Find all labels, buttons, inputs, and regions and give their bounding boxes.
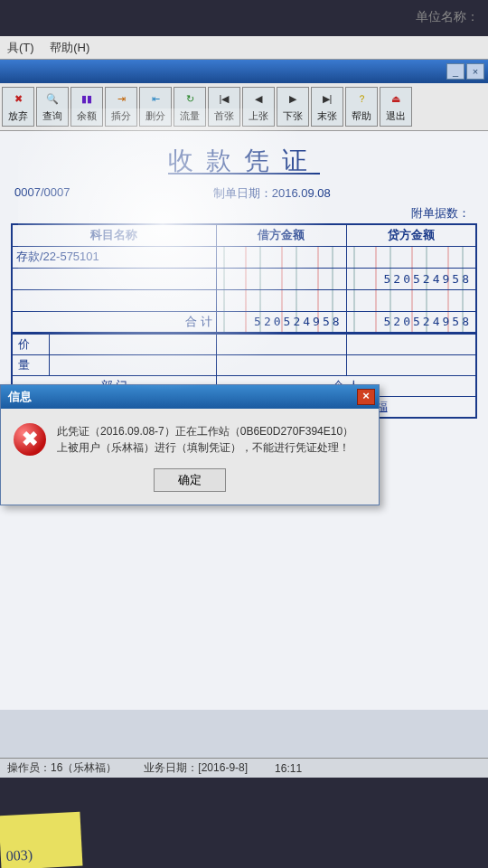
total-label: 合 计 (12, 311, 216, 333)
menu-bar: 具(T) 帮助(H) (0, 36, 488, 60)
last-page-icon: ▶| (318, 91, 336, 108)
next-page-button[interactable]: ▶下张 (277, 87, 309, 127)
flow-icon: ↻ (181, 91, 199, 108)
voucher-sequence: 0007/0007 (14, 185, 70, 202)
total-debit: 520524958 (216, 311, 346, 333)
toolbar-label: 末张 (317, 109, 337, 123)
col-subject: 科目名称 (12, 224, 216, 246)
title-bar: _ × (0, 60, 488, 83)
last-page-button[interactable]: ▶|末张 (311, 87, 343, 127)
voucher-document: 收款凭证 0007/0007 制单日期：2016.09.08 附单据数： 科目名… (0, 131, 488, 710)
voucher-date: 制单日期：2016.09.08 (213, 185, 331, 202)
row-price-label: 价 (12, 335, 49, 355)
col-debit: 借方金额 (216, 224, 346, 246)
info-dialog: 信息 × ✖ 此凭证（2016.09.08-7）正在工作站（0B6E0D270F… (0, 384, 380, 505)
status-time: 16:11 (275, 762, 302, 775)
prev-page-icon: ◀ (249, 91, 267, 108)
toolbar-label: 余额 (77, 109, 97, 123)
table-row[interactable]: 存款/22-575101 (12, 246, 476, 268)
cell-credit (346, 289, 476, 311)
window-close-button[interactable]: × (466, 63, 484, 80)
delete-split-icon: ⇤ (146, 91, 164, 108)
next-page-icon: ▶ (284, 91, 302, 108)
cell-credit: 520524958 (346, 268, 476, 289)
cell-credit (346, 246, 476, 268)
toolbar-label: 流量 (180, 109, 200, 123)
toolbar-label: 首张 (214, 109, 234, 123)
status-operator: 操作员：16（乐林福） (7, 760, 117, 776)
dialog-message: 此凭证（2016.09.08-7）正在工作站（0B6E0D270F394E10）… (57, 423, 353, 456)
table-row[interactable]: 520524958 (12, 268, 476, 289)
first-page-icon: |◀ (215, 91, 233, 108)
query-button[interactable]: 🔍查询 (36, 87, 69, 127)
cell-debit (216, 246, 346, 268)
error-icon: ✖ (14, 423, 46, 456)
flow-button[interactable]: ↻流量 (174, 87, 206, 127)
toolbar: ✖放弃🔍查询▮▮余额⇥插分⇤删分↻流量|◀首张◀上张▶下张▶|末张？帮助⏏退出 (0, 83, 488, 131)
insert-split-button[interactable]: ⇥插分 (105, 87, 137, 127)
toolbar-label: 放弃 (8, 109, 28, 123)
voucher-title: 收款凭证 (11, 144, 477, 178)
voucher-table: 科目名称 借方金额 贷方金额 存款/22-575101520524958 合 计… (11, 223, 477, 334)
sticky-note: 003) (0, 812, 83, 868)
toolbar-label: 上张 (249, 109, 268, 123)
unit-name-label: 单位名称： (416, 9, 479, 25)
toolbar-label: 删分 (145, 109, 165, 123)
insert-split-icon: ⇥ (112, 91, 130, 108)
cell-subject (12, 268, 216, 289)
help-icon: ？ (352, 91, 371, 108)
table-row[interactable] (12, 289, 476, 311)
cell-debit (216, 289, 346, 311)
dialog-title-text: 信息 (8, 389, 32, 405)
toolbar-label: 退出 (386, 109, 406, 123)
balance-button[interactable]: ▮▮余额 (70, 87, 103, 127)
total-credit: 520524958 (346, 311, 476, 333)
menu-tools[interactable]: 具(T) (7, 41, 34, 54)
first-page-button[interactable]: |◀首张 (208, 87, 240, 127)
toolbar-label: 下张 (283, 109, 303, 123)
menu-help[interactable]: 帮助(H) (50, 41, 89, 54)
dialog-ok-button[interactable]: 确定 (154, 468, 226, 492)
help-button[interactable]: ？帮助 (345, 87, 378, 127)
exit-button[interactable]: ⏏退出 (380, 87, 412, 127)
toolbar-label: 查询 (42, 109, 62, 123)
status-biz-date: 业务日期：[2016-9-8] (144, 760, 248, 776)
discard-icon: ✖ (9, 91, 27, 108)
balance-icon: ▮▮ (78, 91, 96, 108)
attachment-count-label: 附单据数： (11, 205, 477, 222)
query-icon: 🔍 (43, 91, 61, 108)
col-credit: 贷方金额 (346, 224, 476, 246)
row-qty-label: 量 (12, 355, 49, 376)
prev-page-button[interactable]: ◀上张 (242, 87, 275, 127)
exit-icon: ⏏ (387, 91, 405, 108)
minimize-button[interactable]: _ (446, 63, 465, 80)
toolbar-label: 帮助 (352, 109, 371, 123)
dialog-close-button[interactable]: × (357, 389, 375, 405)
status-bar: 操作员：16（乐林福） 业务日期：[2016-9-8] 16:11 (0, 758, 488, 778)
cell-debit (216, 268, 346, 289)
app-window: 具(T) 帮助(H) _ × ✖放弃🔍查询▮▮余额⇥插分⇤删分↻流量|◀首张◀上… (0, 36, 488, 778)
discard-button[interactable]: ✖放弃 (2, 87, 34, 127)
toolbar-label: 插分 (111, 109, 131, 123)
cell-subject: 存款/22-575101 (12, 246, 216, 268)
cell-subject (12, 289, 216, 311)
delete-split-button[interactable]: ⇤删分 (139, 87, 172, 127)
